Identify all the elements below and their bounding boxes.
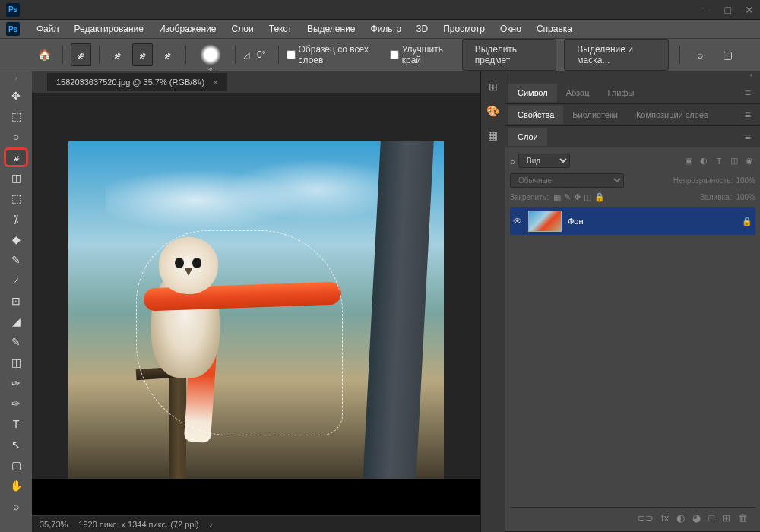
link-layers-icon[interactable]: ⊂⊃ bbox=[637, 512, 654, 524]
menu-window[interactable]: Окно bbox=[492, 21, 529, 37]
add-selection-icon[interactable]: ⸙ bbox=[132, 43, 153, 66]
crop-tool[interactable]: ◫ bbox=[4, 168, 28, 188]
tools-expand-icon[interactable]: › bbox=[0, 74, 32, 85]
menu-select[interactable]: Выделение bbox=[299, 21, 363, 37]
search-icon[interactable]: ⌕ bbox=[690, 43, 710, 66]
clone-stamp-tool[interactable]: ⟋ bbox=[4, 271, 28, 290]
refine-edge-checkbox[interactable]: Улучшить край bbox=[390, 44, 458, 65]
layer-name[interactable]: Фон bbox=[568, 217, 584, 226]
brush-preview[interactable]: 30 bbox=[200, 44, 221, 65]
filter-adjustment-icon[interactable]: ◐ bbox=[698, 155, 710, 167]
close-tab-icon[interactable]: × bbox=[213, 78, 217, 87]
tab-layers[interactable]: Слои bbox=[508, 128, 547, 146]
close-window-button[interactable]: ✕ bbox=[745, 4, 754, 16]
zoom-level[interactable]: 35,73% bbox=[40, 520, 68, 529]
app-icon: Ps bbox=[6, 3, 20, 17]
properties-panel: Свойства Библиотеки Композиции слоев ≡ bbox=[505, 104, 760, 126]
zoom-tool[interactable]: ⌕ bbox=[4, 496, 28, 516]
lock-pixels-icon[interactable]: ▦ bbox=[553, 192, 561, 202]
menu-view[interactable]: Просмотр bbox=[435, 21, 492, 37]
filter-search-icon[interactable]: ⌕ bbox=[510, 157, 515, 166]
tab-libraries[interactable]: Библиотеки bbox=[563, 106, 627, 124]
document-canvas[interactable] bbox=[68, 141, 444, 483]
menu-file[interactable]: Файл bbox=[29, 21, 67, 37]
quick-select-tool-icon[interactable]: ⸙ bbox=[71, 43, 91, 66]
delete-layer-icon[interactable]: 🗑 bbox=[738, 512, 748, 524]
right-panels: ‹ Символ Абзац Глифы ≡ Свойства Библиоте… bbox=[505, 71, 760, 532]
lock-artboard-icon[interactable]: ◫ bbox=[584, 192, 591, 202]
layer-thumbnail[interactable] bbox=[528, 211, 562, 232]
filter-shape-icon[interactable]: ◫ bbox=[728, 155, 740, 167]
eyedropper-tool[interactable]: ⁒ bbox=[4, 209, 28, 229]
layer-visibility-icon[interactable]: 👁 bbox=[513, 216, 522, 226]
menu-3d[interactable]: 3D bbox=[409, 21, 435, 37]
minimize-button[interactable]: — bbox=[701, 4, 711, 16]
type-tool[interactable]: T bbox=[4, 414, 28, 434]
selection-marquee bbox=[136, 230, 343, 435]
brush-tool[interactable]: ✎ bbox=[4, 250, 28, 270]
canvas-viewport[interactable] bbox=[32, 93, 480, 532]
filter-type-icon[interactable]: T bbox=[713, 155, 725, 167]
layer-item-background[interactable]: 👁 Фон 🔒 bbox=[510, 207, 755, 235]
status-arrow-icon[interactable]: › bbox=[210, 520, 213, 529]
layer-lock-icon[interactable]: 🔒 bbox=[742, 217, 752, 226]
menu-layers[interactable]: Слои bbox=[224, 21, 261, 37]
new-layer-icon[interactable]: ⊞ bbox=[722, 512, 730, 524]
menu-text[interactable]: Текст bbox=[261, 21, 299, 37]
menu-filter[interactable]: Фильтр bbox=[363, 21, 409, 37]
collapsed-panel-swatches[interactable]: ▦ bbox=[484, 126, 502, 144]
history-brush-tool[interactable]: ⊡ bbox=[4, 291, 28, 311]
layer-mask-icon[interactable]: ◐ bbox=[676, 512, 685, 524]
panel-menu-icon[interactable]: ≡ bbox=[739, 87, 757, 99]
marquee-tool[interactable]: ⬚ bbox=[4, 106, 28, 126]
adjustment-layer-icon[interactable]: ◕ bbox=[692, 512, 701, 524]
path-select-tool[interactable]: ↖ bbox=[4, 435, 28, 454]
fill-value[interactable]: 100% bbox=[736, 193, 755, 201]
quick-selection-tool[interactable]: ⸙ bbox=[4, 147, 28, 167]
frame-tool[interactable]: ⬚ bbox=[4, 188, 28, 208]
tab-character[interactable]: Символ bbox=[508, 84, 557, 102]
eraser-tool[interactable]: ◢ bbox=[4, 312, 28, 331]
document-tab[interactable]: 1582033637520.jpg @ 35,7% (RGB/8#) × bbox=[47, 73, 227, 91]
new-selection-icon[interactable]: ⸙ bbox=[107, 43, 128, 66]
menu-help[interactable]: Справка bbox=[529, 21, 580, 37]
tab-glyphs[interactable]: Глифы bbox=[599, 84, 644, 102]
menu-edit[interactable]: Редактирование bbox=[67, 21, 151, 37]
collapsed-panel-color[interactable]: 🎨 bbox=[484, 102, 502, 120]
tab-layer-comps[interactable]: Композиции слоев bbox=[627, 106, 717, 124]
filter-smart-icon[interactable]: ◉ bbox=[743, 155, 755, 167]
maximize-button[interactable]: □ bbox=[725, 4, 731, 16]
tab-paragraph[interactable]: Абзац bbox=[557, 84, 599, 102]
gradient-tool[interactable]: ✎ bbox=[4, 332, 28, 352]
lasso-tool[interactable]: ○ bbox=[4, 127, 28, 147]
panel-menu-icon[interactable]: ≡ bbox=[739, 131, 757, 143]
angle-value[interactable]: 0° bbox=[257, 49, 265, 60]
home-button[interactable]: 🏠 bbox=[34, 43, 55, 66]
pen-tool[interactable]: ✑ bbox=[4, 394, 28, 413]
hand-tool[interactable]: ✋ bbox=[4, 476, 28, 496]
move-tool[interactable]: ✥ bbox=[4, 86, 28, 106]
lock-position-icon[interactable]: ✎ bbox=[564, 192, 571, 202]
menu-image[interactable]: Изображение bbox=[151, 21, 224, 37]
sample-all-layers-checkbox[interactable]: Образец со всех слоев bbox=[287, 44, 385, 65]
dodge-tool[interactable]: ✑ bbox=[4, 373, 28, 393]
workspace-switcher-icon[interactable]: ▢ bbox=[717, 43, 737, 66]
collapsed-panel-1[interactable]: ⊞ bbox=[484, 78, 502, 96]
subtract-selection-icon[interactable]: ⸙ bbox=[157, 43, 178, 66]
healing-tool[interactable]: ◆ bbox=[4, 230, 28, 249]
blend-mode-select[interactable]: Обычные bbox=[510, 173, 624, 188]
group-icon[interactable]: □ bbox=[708, 512, 714, 524]
lock-move-icon[interactable]: ✥ bbox=[574, 192, 581, 202]
tab-properties[interactable]: Свойства bbox=[508, 106, 563, 124]
panels-collapse-icon[interactable]: ‹ bbox=[505, 71, 760, 82]
blur-tool[interactable]: ◫ bbox=[4, 353, 28, 372]
lock-all-icon[interactable]: 🔒 bbox=[594, 192, 605, 202]
filter-pixel-icon[interactable]: ▣ bbox=[682, 155, 695, 167]
shape-tool[interactable]: ▢ bbox=[4, 455, 28, 475]
panel-menu-icon[interactable]: ≡ bbox=[739, 109, 757, 121]
layer-filter-type[interactable]: Вид bbox=[518, 154, 570, 168]
layer-fx-icon[interactable]: fx bbox=[661, 512, 669, 524]
select-subject-button[interactable]: Выделить предмет bbox=[462, 39, 557, 71]
select-and-mask-button[interactable]: Выделение и маска... bbox=[564, 39, 668, 71]
opacity-value[interactable]: 100% bbox=[736, 176, 755, 185]
